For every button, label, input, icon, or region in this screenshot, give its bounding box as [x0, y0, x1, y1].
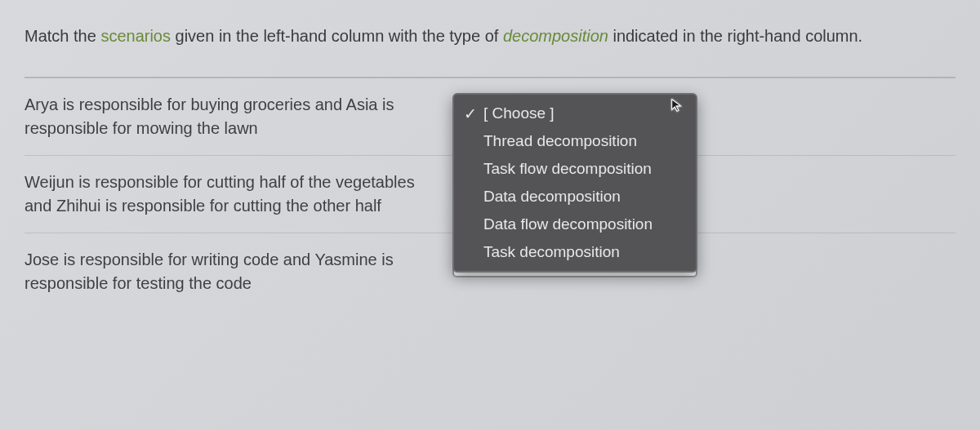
table-row: Arya is responsible for buying groceries…	[24, 78, 956, 155]
question-mid2: indicated in the right-hand column.	[608, 27, 862, 45]
dropdown-option[interactable]: Task decomposition	[454, 238, 696, 266]
question-highlight-decomposition: decomposition	[503, 27, 608, 45]
dropdown-option-placeholder[interactable]: [ Choose ]	[454, 100, 696, 127]
dropdown-option[interactable]: Data decomposition	[454, 183, 696, 211]
dropdown-option[interactable]: Task flow decomposition	[454, 155, 696, 183]
scenario-text: Jose is responsible for writing code and…	[24, 248, 441, 295]
question-prompt: Match the scenarios given in the left-ha…	[24, 23, 956, 49]
dropdown-option[interactable]: Thread decomposition	[454, 127, 696, 155]
question-mid1: given in the left-hand column with the t…	[171, 27, 503, 45]
choice-dropdown-open[interactable]: [ Choose ] Thread decomposition Task flo…	[452, 93, 697, 273]
dropdown-option[interactable]: Data flow decomposition	[454, 211, 696, 238]
scenario-text: Arya is responsible for buying groceries…	[24, 93, 441, 140]
mouse-cursor-icon	[670, 98, 684, 117]
matching-rows: Arya is responsible for buying groceries…	[24, 78, 956, 310]
scenario-text: Weijun is responsible for cutting half o…	[24, 171, 441, 218]
question-prefix: Match the	[24, 27, 100, 45]
question-highlight-scenarios: scenarios	[100, 27, 171, 45]
